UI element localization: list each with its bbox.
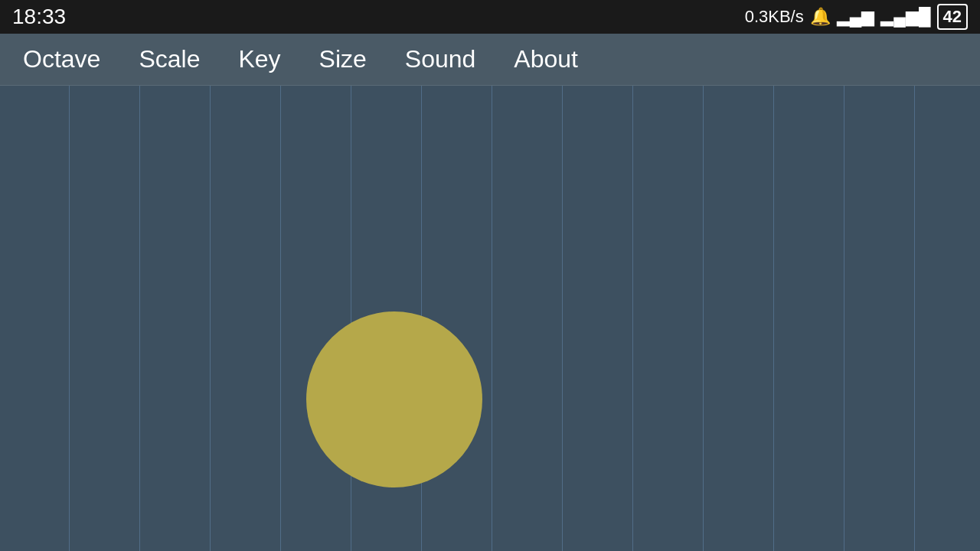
lines-container — [0, 86, 980, 551]
nav-item-key[interactable]: Key — [230, 39, 288, 80]
vertical-line — [632, 86, 633, 551]
main-content — [0, 86, 980, 551]
vertical-line — [914, 86, 915, 551]
status-bar: 18:33 0.3KB/s 🔔 ▂▄▆ ▂▄▆█ 42 — [0, 0, 980, 34]
signal-icon-1: ▂▄▆ — [837, 7, 875, 27]
nav-bar: Octave Scale Key Size Sound About — [0, 34, 980, 86]
vertical-line — [703, 86, 704, 551]
vertical-line — [844, 86, 844, 551]
nav-item-about[interactable]: About — [506, 39, 586, 80]
nav-item-octave[interactable]: Octave — [15, 39, 108, 80]
nav-item-sound[interactable]: Sound — [397, 39, 484, 80]
vertical-line — [492, 86, 492, 551]
vertical-line — [773, 86, 774, 551]
vertical-line — [210, 86, 211, 551]
vertical-line — [139, 86, 140, 551]
bell-icon: 🔔 — [810, 7, 831, 27]
music-ball[interactable] — [306, 311, 482, 487]
nav-item-size[interactable]: Size — [312, 39, 374, 80]
vertical-line — [69, 86, 70, 551]
status-time: 18:33 — [12, 5, 66, 29]
signal-icon-2: ▂▄▆█ — [880, 7, 930, 27]
vertical-line — [351, 86, 351, 551]
nav-item-scale[interactable]: Scale — [131, 39, 207, 80]
network-speed: 0.3KB/s — [745, 7, 804, 27]
status-right: 0.3KB/s 🔔 ▂▄▆ ▂▄▆█ 42 — [745, 4, 968, 30]
vertical-line — [280, 86, 281, 551]
battery-indicator: 42 — [937, 4, 968, 30]
vertical-line — [562, 86, 563, 551]
